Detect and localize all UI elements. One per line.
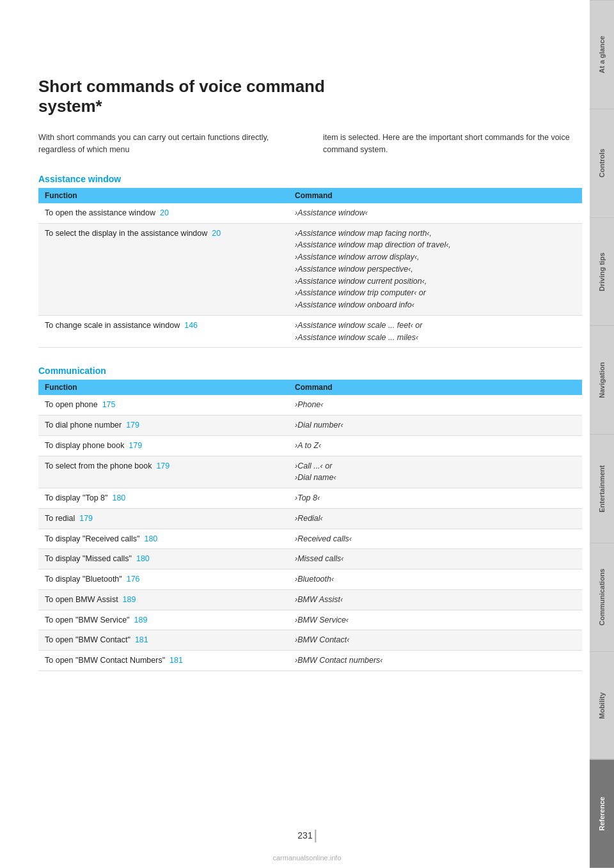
col-header-function-1: Function xyxy=(38,188,288,203)
section-title-communication: Communication xyxy=(38,366,582,376)
table-row: To select the display in the assistance … xyxy=(38,223,582,315)
intro-text: With short commands you can carry out ce… xyxy=(38,132,582,156)
function-cell: To open BMW Assist 189 xyxy=(38,589,288,610)
function-cell: To display "Bluetooth" 176 xyxy=(38,570,288,590)
sidebar-tab-driving-tips[interactable]: Driving tips xyxy=(590,217,614,326)
function-cell: To open phone 175 xyxy=(38,395,288,415)
main-content: Short commands of voice command system* … xyxy=(38,0,582,727)
function-cell: To change scale in assistance window 146 xyxy=(38,315,288,348)
sidebar-tab-navigation[interactable]: Navigation xyxy=(590,325,614,434)
function-cell: To display phone book 179 xyxy=(38,435,288,456)
function-cell: To dial phone number 179 xyxy=(38,415,288,436)
command-cell: ›Call ...‹ or ›Dial name‹ xyxy=(288,456,582,488)
sidebar-tab-controls[interactable]: Controls xyxy=(590,109,614,217)
command-cell: ›Assistance window map facing north‹, ›A… xyxy=(288,223,582,315)
command-cell: ›BMW Contact‹ xyxy=(288,630,582,651)
function-cell: To select the display in the assistance … xyxy=(38,223,288,315)
page-number-line xyxy=(315,830,317,842)
command-cell: ›Redial‹ xyxy=(288,508,582,529)
command-cell: ›Bluetooth‹ xyxy=(288,570,582,590)
function-cell: To display "Top 8" 180 xyxy=(38,488,288,509)
page-title: Short commands of voice command system* xyxy=(38,77,582,116)
sidebar-tab-mobility[interactable]: Mobility xyxy=(590,651,614,760)
page-number: 231 xyxy=(297,830,316,842)
function-cell: To open the assistance window 20 xyxy=(38,203,288,223)
sidebar-tab-communications[interactable]: Communications xyxy=(590,543,614,651)
command-cell: ›Phone‹ xyxy=(288,395,582,415)
command-cell: ›Missed calls‹ xyxy=(288,549,582,570)
intro-right: item is selected. Here are the important… xyxy=(323,132,582,156)
command-cell: ›Assistance window‹ xyxy=(288,203,582,223)
table-row: To change scale in assistance window 146… xyxy=(38,315,582,348)
col-header-command-1: Command xyxy=(288,188,582,203)
command-cell: ›Dial number‹ xyxy=(288,415,582,436)
table-row: To open the assistance window 20 ›Assist… xyxy=(38,203,582,223)
table-row: To dial phone number 179 ›Dial number‹ xyxy=(38,415,582,436)
table-row: To select from the phone book 179 ›Call … xyxy=(38,456,582,488)
table-row: To display phone book 179 ›A to Z‹ xyxy=(38,435,582,456)
intro-left: With short commands you can carry out ce… xyxy=(38,132,297,156)
command-cell: ›BMW Service‹ xyxy=(288,610,582,630)
command-cell: ›A to Z‹ xyxy=(288,435,582,456)
function-cell: To display "Missed calls" 180 xyxy=(38,549,288,570)
function-cell: To open "BMW Contact Numbers" 181 xyxy=(38,651,288,671)
function-cell: To open "BMW Service" 189 xyxy=(38,610,288,630)
table-row: To display "Bluetooth" 176 ›Bluetooth‹ xyxy=(38,570,582,590)
command-cell: ›Top 8‹ xyxy=(288,488,582,509)
table-row: To redial 179 ›Redial‹ xyxy=(38,508,582,529)
sidebar-tab-reference[interactable]: Reference xyxy=(590,759,614,868)
table-row: To open "BMW Contact Numbers" 181 ›BMW C… xyxy=(38,651,582,671)
col-header-command-2: Command xyxy=(288,380,582,395)
sidebar-tab-entertainment[interactable]: Entertainment xyxy=(590,434,614,543)
table-row: To open "BMW Contact" 181 ›BMW Contact‹ xyxy=(38,630,582,651)
watermark: carmanualsonline.info xyxy=(272,854,341,862)
table-row: To open phone 175 ›Phone‹ xyxy=(38,395,582,415)
table-row: To display "Top 8" 180 ›Top 8‹ xyxy=(38,488,582,509)
communication-table: Function Command To open phone 175 ›Phon… xyxy=(38,380,582,671)
command-cell: ›Received calls‹ xyxy=(288,529,582,549)
table-row: To display "Received calls" 180 ›Receive… xyxy=(38,529,582,549)
table-row: To open BMW Assist 189 ›BMW Assist‹ xyxy=(38,589,582,610)
section-title-assistance-window: Assistance window xyxy=(38,174,582,184)
table-row: To open "BMW Service" 189 ›BMW Service‹ xyxy=(38,610,582,630)
command-cell: ›BMW Contact numbers‹ xyxy=(288,651,582,671)
function-cell: To redial 179 xyxy=(38,508,288,529)
command-cell: ›BMW Assist‹ xyxy=(288,589,582,610)
function-cell: To open "BMW Contact" 181 xyxy=(38,630,288,651)
sidebar-tab-at-a-glance[interactable]: At a glance xyxy=(590,0,614,109)
col-header-function-2: Function xyxy=(38,380,288,395)
assistance-window-table: Function Command To open the assistance … xyxy=(38,188,582,348)
function-cell: To select from the phone book 179 xyxy=(38,456,288,488)
table-row: To display "Missed calls" 180 ›Missed ca… xyxy=(38,549,582,570)
sidebar: At a glance Controls Driving tips Naviga… xyxy=(590,0,614,868)
command-cell: ›Assistance window scale ... feet‹ or ›A… xyxy=(288,315,582,348)
function-cell: To display "Received calls" 180 xyxy=(38,529,288,549)
